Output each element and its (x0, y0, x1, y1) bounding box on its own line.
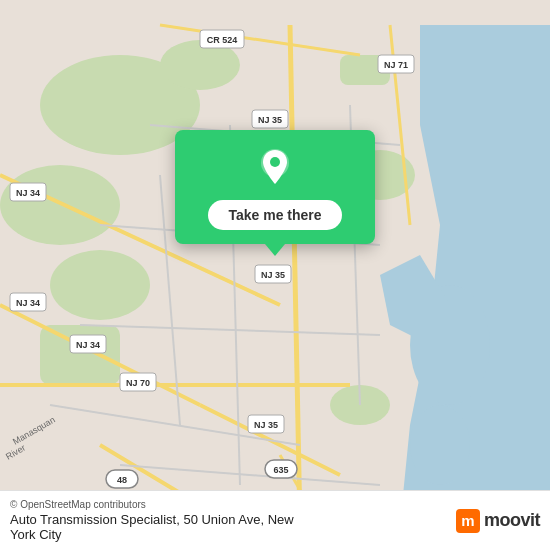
moovit-logo: m moovit (456, 509, 540, 533)
svg-text:NJ 35: NJ 35 (261, 270, 285, 280)
svg-text:NJ 34: NJ 34 (16, 188, 40, 198)
svg-text:NJ 70: NJ 70 (126, 378, 150, 388)
map-container: Manasquan River NJ 34 NJ 34 NJ 34 NJ 35 … (0, 0, 550, 550)
moovit-wordmark: moovit (484, 510, 540, 531)
svg-rect-8 (40, 325, 120, 385)
svg-text:635: 635 (273, 465, 288, 475)
svg-point-7 (50, 250, 150, 320)
bottom-info: © OpenStreetMap contributors Auto Transm… (10, 499, 294, 542)
bottom-bar: © OpenStreetMap contributors Auto Transm… (0, 490, 550, 550)
svg-point-55 (270, 157, 280, 167)
location-name: Auto Transmission Specialist, 50 Union A… (10, 512, 294, 542)
location-pin-icon (253, 146, 297, 190)
svg-text:NJ 35: NJ 35 (254, 420, 278, 430)
svg-text:NJ 71: NJ 71 (384, 60, 408, 70)
svg-text:NJ 34: NJ 34 (16, 298, 40, 308)
svg-text:48: 48 (117, 475, 127, 485)
svg-text:NJ 34: NJ 34 (76, 340, 100, 350)
svg-text:NJ 35: NJ 35 (258, 115, 282, 125)
osm-attribution: © OpenStreetMap contributors (10, 499, 294, 510)
moovit-m-icon: m (456, 509, 480, 533)
svg-text:CR 524: CR 524 (207, 35, 238, 45)
map-background: Manasquan River NJ 34 NJ 34 NJ 34 NJ 35 … (0, 0, 550, 550)
svg-point-3 (410, 405, 470, 485)
app: Manasquan River NJ 34 NJ 34 NJ 34 NJ 35 … (0, 0, 550, 550)
popup-card: Take me there (175, 130, 375, 244)
take-me-there-button[interactable]: Take me there (208, 200, 341, 230)
